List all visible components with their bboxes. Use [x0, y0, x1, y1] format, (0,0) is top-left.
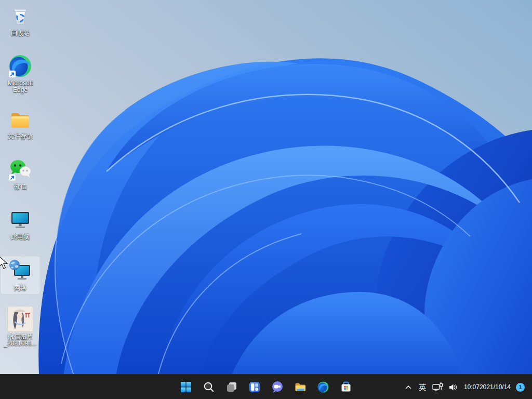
widgets-button[interactable]: [244, 377, 265, 397]
wechat-icon: [8, 157, 33, 182]
clock-button[interactable]: 10:07 2021/10/14: [461, 377, 513, 397]
icon-label: 此电脑: [11, 234, 30, 241]
taskbar-center: [176, 377, 356, 397]
desktop-icon-microsoft-edge[interactable]: Microsoft Edge: [1, 52, 39, 96]
mouse-cursor: [0, 256, 10, 271]
chevron-up-icon: [404, 383, 413, 391]
desktop-icon-recycle-bin[interactable]: 回收站: [1, 2, 39, 39]
this-pc-icon: [8, 207, 33, 232]
recycle-bin-icon: [8, 4, 33, 29]
shortcut-arrow-icon: [9, 174, 16, 181]
icon-label: Microsoft Edge: [2, 80, 39, 94]
windows-start-icon: [180, 381, 192, 393]
notification-badge[interactable]: 1: [516, 383, 525, 392]
store-button[interactable]: [336, 377, 356, 397]
folder-icon: [8, 107, 33, 131]
chat-icon: [271, 381, 284, 393]
search-icon: [203, 381, 215, 393]
ethernet-network-icon: [432, 382, 443, 392]
start-button[interactable]: [176, 377, 196, 397]
icon-label: 网络: [14, 285, 26, 291]
network-volume-button[interactable]: [429, 377, 461, 397]
chat-button[interactable]: [267, 377, 288, 397]
file-explorer-icon: [294, 381, 307, 393]
wallpaper-bloom: [0, 0, 532, 399]
desktop-icon-this-pc[interactable]: 此电脑: [1, 206, 39, 243]
desktop: 回收站 Microsoft Edge 文件存放: [0, 0, 532, 399]
tray-chevron-button[interactable]: [401, 377, 416, 397]
icon-label: 回收站: [11, 30, 30, 37]
ime-indicator[interactable]: 英: [416, 377, 429, 397]
desktop-icon-wechat[interactable]: 微信: [1, 155, 39, 192]
system-tray: 英 10:07 2021/10/14 1: [401, 375, 525, 399]
clock-date: 2021/10/14: [480, 383, 511, 391]
desktop-icon-file-folder[interactable]: 文件存放: [1, 105, 39, 142]
desktop-icon-wechat-image[interactable]: 微信图片_2021091...: [1, 304, 39, 349]
search-button[interactable]: [198, 377, 219, 397]
file-explorer-button[interactable]: [290, 377, 311, 397]
edge-button[interactable]: [313, 377, 334, 397]
microsoft-store-icon: [340, 381, 352, 393]
task-view-button[interactable]: [221, 377, 242, 397]
task-view-icon: [225, 381, 238, 393]
speaker-icon: [448, 383, 458, 392]
edge-icon: [317, 381, 329, 393]
icon-label: 文件存放: [8, 133, 33, 140]
shortcut-arrow-icon: [9, 71, 16, 77]
clock-time: 10:07: [464, 383, 480, 391]
edge-icon: [8, 54, 33, 78]
icon-label: 微信: [14, 183, 26, 190]
taskbar: 英 10:07 2021/10/14 1: [0, 374, 532, 399]
network-icon: [8, 258, 33, 283]
widgets-icon: [248, 381, 261, 393]
image-thumbnail: [7, 306, 33, 332]
icon-label: 微信图片_2021091...: [4, 334, 36, 347]
